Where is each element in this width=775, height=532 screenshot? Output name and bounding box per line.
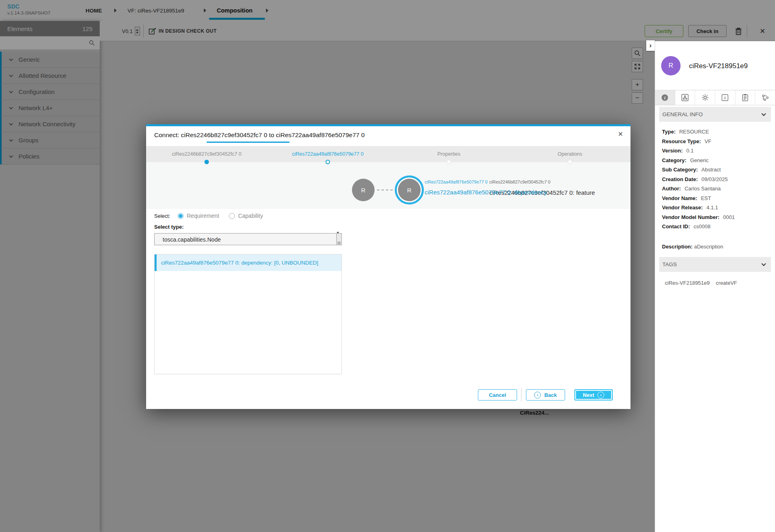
tags-list: ciRes-VF218951e9 createVF [665, 280, 737, 286]
wizard-steps: ciRes2246b827c9ef30452fc7 0 ciRes722aa49… [146, 146, 630, 162]
general-info-fields: Type: RESOURCE Resource Type: VF Version… [662, 127, 771, 232]
info-field-row: Creation Date: 09/03/2025 [662, 175, 771, 184]
info-field-row: Vendor Release: 4.1.1 [662, 203, 771, 213]
close-icon: ✕ [618, 131, 623, 138]
field-value: Generic [690, 157, 709, 163]
radio-capability[interactable] [229, 213, 235, 219]
field-value: 4.1.1 [706, 204, 718, 211]
field-label: Contact ID: [662, 223, 690, 229]
field-label: Vendor Name: [662, 195, 697, 201]
source-node-name: ciRes2246b827c9ef30452fc7 0 [489, 179, 630, 184]
network-icon [761, 94, 769, 102]
info-field-row: Version: 0.1 [662, 146, 771, 156]
field-value: cs0008 [693, 223, 710, 229]
info-square-icon: i [721, 94, 729, 102]
modal-title: Connect: ciRes2246b827c9ef30452fc7 0 to … [154, 131, 364, 139]
back-button[interactable]: ‹ Back [526, 389, 565, 401]
dropdown-arrow[interactable] [336, 234, 341, 245]
field-label: Vendor Model Number: [662, 214, 719, 220]
scrollbar-thumb [337, 242, 341, 244]
wizard-step: Properties [388, 146, 509, 162]
type-dropdown[interactable]: tosca.capabilities.Node [154, 233, 342, 245]
info-field-row: Vendor Name: EST [662, 194, 771, 203]
tab-information[interactable]: i [715, 90, 735, 105]
chevron-right-icon: › [649, 42, 651, 49]
info-field-row: Type: RESOURCE [662, 127, 771, 137]
gear-icon [701, 94, 709, 102]
footer-divider [521, 388, 522, 402]
field-value: Carlos Santana [685, 186, 721, 192]
description-row: Description: aDescription [662, 244, 723, 250]
info-icon: i [661, 94, 669, 102]
field-value: VF [705, 138, 712, 144]
tag-item: ciRes-VF218951e9 [665, 280, 710, 286]
modal-footer: Cancel ‹ Back Next › [146, 388, 630, 403]
info-field-row: Sub Category: Abstract [662, 165, 771, 175]
requirement-list-item[interactable]: ciRes722aa49af876e5079e77 0: dependency:… [155, 255, 341, 271]
tags-header[interactable]: TAGS [659, 257, 771, 272]
clipboard-icon [741, 94, 749, 102]
field-label: Vendor Release: [662, 204, 703, 211]
radio-requirement[interactable] [178, 213, 184, 219]
wizard-step: Operations [509, 146, 630, 162]
source-node-badge: R [352, 179, 375, 201]
wizard-step-dot [205, 160, 209, 164]
back-label: Back [544, 392, 557, 398]
arrow-left-circle-icon: ‹ [534, 392, 541, 398]
cancel-button[interactable]: Cancel [478, 389, 517, 401]
wizard-progress-line [207, 142, 289, 143]
chevron-down-icon [761, 111, 766, 116]
resource-title: ciRes-VF218951e9 [689, 62, 748, 70]
tab-settings[interactable] [695, 90, 715, 105]
caret-down-icon [337, 232, 339, 240]
info-field-row: Contact ID: cs0008 [662, 222, 771, 232]
section-title: TAGS [662, 261, 677, 267]
connection-preview: ciRes2246b827c9ef30452fc7 0 ciRes2246b82… [146, 162, 630, 209]
field-value: 09/03/2025 [702, 176, 728, 182]
wizard-step: ciRes722aa49af876e5079e77 0 [267, 146, 388, 162]
description-label: Description: [662, 244, 693, 250]
tab-designer[interactable] [675, 90, 695, 105]
next-label: Next [583, 392, 594, 398]
field-value: EST [701, 195, 711, 201]
field-label: Category: [662, 157, 687, 163]
field-label: Type: [662, 129, 676, 135]
field-label: Creation Date: [662, 176, 698, 182]
panel-collapse-button[interactable]: › [646, 40, 655, 51]
sdc-application: SDC v.1.14.3-SNAPSHOT HOME VF: ciRes-VF2… [0, 0, 775, 532]
field-value: 0.1 [686, 148, 693, 154]
cancel-label: Cancel [489, 392, 506, 398]
wizard-step: ciRes2246b827c9ef30452fc7 0 [146, 146, 267, 162]
chevron-down-icon [761, 261, 766, 266]
tab-general[interactable]: i [655, 90, 675, 105]
wizard-step-dot [447, 160, 451, 164]
select-label: Select: [154, 213, 170, 219]
designer-icon [681, 94, 689, 102]
field-label: Version: [662, 148, 683, 154]
field-label: Sub Category: [662, 167, 698, 173]
target-connector-name: ciRes722aa49af876e5079e77 0: dependency [425, 189, 547, 196]
field-value: 0001 [723, 214, 735, 220]
info-field-row: Resource Type: VF [662, 137, 771, 146]
panel-tab-bar: i i [655, 90, 775, 105]
wizard-step-dot [326, 160, 330, 164]
info-field-row: Category: Generic [662, 156, 771, 165]
info-field-row: Author: Carlos Santana [662, 184, 771, 194]
tab-requirements[interactable] [755, 90, 775, 105]
wizard-step-dot [568, 160, 572, 164]
description-value: aDescription [694, 244, 723, 250]
next-button[interactable]: Next › [574, 389, 613, 401]
field-value: RESOURCE [679, 129, 709, 135]
requirement-capability-selector: Select: Requirement Capability [154, 213, 263, 219]
radio-capability-label[interactable]: Capability [238, 213, 263, 219]
connection-dashed-line [377, 190, 397, 190]
arrow-right-circle-icon: › [597, 392, 604, 398]
modal-close-button[interactable]: ✕ [618, 130, 623, 138]
general-info-header[interactable]: GENERAL INFO [659, 107, 771, 122]
radio-requirement-label[interactable]: Requirement [187, 213, 219, 219]
field-value: Abstract [702, 167, 721, 173]
tag-item: createVF [716, 280, 737, 286]
requirement-list: ciRes722aa49af876e5079e77 0: dependency:… [154, 254, 342, 374]
field-label: Author: [662, 186, 681, 192]
tab-deployment[interactable] [735, 90, 756, 105]
